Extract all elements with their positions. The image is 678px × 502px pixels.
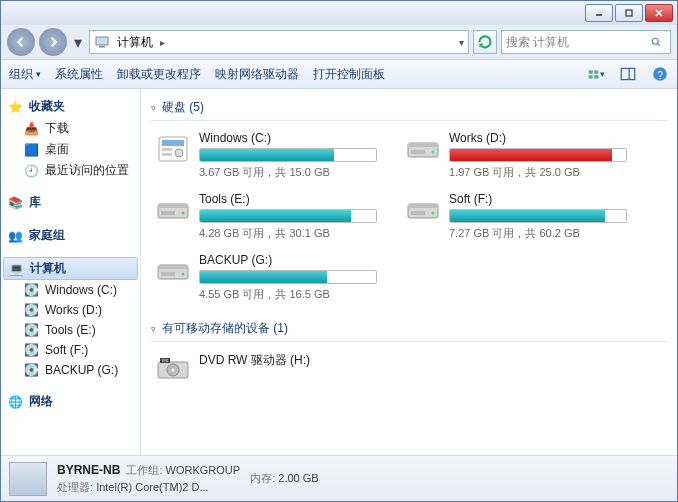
dvd-icon: DVD [155, 352, 191, 388]
drive-icon [155, 131, 191, 167]
control-panel-button[interactable]: 打开控制面板 [313, 66, 385, 83]
sidebar-item-desktop[interactable]: 🟦桌面 [1, 139, 140, 160]
drive-icon [155, 192, 191, 228]
computer-large-icon [9, 462, 47, 496]
drive-stats: 4.55 GB 可用，共 16.5 GB [199, 287, 377, 302]
preview-pane-button[interactable] [619, 65, 637, 83]
drive-icon [405, 192, 441, 228]
section-removable[interactable]: ▿有可移动存储的设备 (1) [151, 316, 667, 342]
capacity-bar [199, 270, 377, 284]
map-drive-button[interactable]: 映射网络驱动器 [215, 66, 299, 83]
svg-rect-22 [408, 143, 438, 147]
titlebar [1, 1, 677, 25]
view-button[interactable]: ▾ [587, 65, 605, 83]
section-hdd[interactable]: ▿硬盘 (5) [151, 95, 667, 121]
sidebar-item-drive-e[interactable]: 💽Tools (E:) [1, 320, 140, 340]
svg-line-7 [658, 44, 660, 46]
drive-stats: 7.27 GB 可用，共 60.2 GB [449, 226, 627, 241]
drive-icon: 💽 [23, 282, 39, 298]
sidebar-item-drive-f[interactable]: 💽Soft (F:) [1, 340, 140, 360]
drive-icon: 💽 [23, 302, 39, 318]
drive-item[interactable]: Tools (E:)4.28 GB 可用，共 30.1 GB [151, 188, 381, 245]
sidebar-computer[interactable]: 💻计算机 [3, 257, 138, 280]
drive-stats: 3.67 GB 可用，共 15.0 GB [199, 165, 377, 180]
help-button[interactable]: ? [651, 65, 669, 83]
drive-icon: 💽 [23, 342, 39, 358]
drive-name: Windows (C:) [199, 131, 377, 145]
optical-drive[interactable]: DVD DVD RW 驱动器 (H:) [151, 348, 381, 392]
sidebar: ⭐收藏夹 📥下载 🟦桌面 🕘最近访问的位置 📚库 👥家庭组 💻计算机 💽Wind… [1, 89, 141, 455]
uninstall-button[interactable]: 卸载或更改程序 [117, 66, 201, 83]
sidebar-network[interactable]: 🌐网络 [1, 390, 140, 413]
star-icon: ⭐ [7, 99, 23, 115]
address-bar[interactable]: 计算机 ▸ ▾ [89, 30, 469, 54]
drive-stats: 1.97 GB 可用，共 25.0 GB [449, 165, 627, 180]
svg-point-23 [432, 151, 435, 154]
toolbar: 组织 ▾ 系统属性 卸载或更改程序 映射网络驱动器 打开控制面板 ▾ ? [1, 59, 677, 89]
close-button[interactable] [645, 4, 673, 22]
svg-rect-19 [162, 153, 172, 156]
drive-stats: 4.28 GB 可用，共 30.1 GB [199, 226, 377, 241]
navbar: ▾ 计算机 ▸ ▾ 搜索 计算机 [1, 25, 677, 59]
svg-text:?: ? [657, 70, 663, 81]
drive-name: Tools (E:) [199, 192, 377, 206]
drive-grid: Windows (C:)3.67 GB 可用，共 15.0 GBWorks (D… [151, 127, 667, 306]
sidebar-item-drive-d[interactable]: 💽Works (D:) [1, 300, 140, 320]
sidebar-item-downloads[interactable]: 📥下载 [1, 118, 140, 139]
drive-name: DVD RW 驱动器 (H:) [199, 352, 377, 369]
svg-rect-18 [162, 148, 172, 151]
svg-rect-17 [162, 140, 184, 146]
svg-rect-1 [626, 10, 632, 16]
capacity-bar [199, 209, 377, 223]
sidebar-item-drive-c[interactable]: 💽Windows (C:) [1, 280, 140, 300]
svg-point-39 [172, 369, 175, 372]
drive-item[interactable]: Works (D:)1.97 GB 可用，共 25.0 GB [401, 127, 631, 184]
library-icon: 📚 [7, 195, 23, 211]
svg-point-6 [652, 38, 658, 44]
svg-rect-32 [411, 211, 425, 215]
collapse-icon: ▿ [151, 324, 156, 334]
minimize-button[interactable] [585, 4, 613, 22]
breadcrumb-item[interactable]: 计算机 [114, 34, 156, 51]
body: ⭐收藏夹 📥下载 🟦桌面 🕘最近访问的位置 📚库 👥家庭组 💻计算机 💽Wind… [1, 89, 677, 455]
drive-item[interactable]: Soft (F:)7.27 GB 可用，共 60.2 GB [401, 188, 631, 245]
homegroup-icon: 👥 [7, 228, 23, 244]
maximize-button[interactable] [615, 4, 643, 22]
download-icon: 📥 [23, 121, 39, 137]
drive-item[interactable]: Windows (C:)3.67 GB 可用，共 15.0 GB [151, 127, 381, 184]
search-box[interactable]: 搜索 计算机 [501, 30, 671, 54]
svg-point-20 [175, 149, 183, 157]
organize-button[interactable]: 组织 ▾ [9, 66, 41, 83]
drive-name: Soft (F:) [449, 192, 627, 206]
system-properties-button[interactable]: 系统属性 [55, 66, 103, 83]
sidebar-favorites[interactable]: ⭐收藏夹 [1, 95, 140, 118]
svg-rect-24 [411, 150, 425, 154]
svg-rect-30 [408, 204, 438, 208]
svg-rect-28 [161, 211, 175, 215]
svg-rect-12 [621, 68, 635, 79]
drive-name: BACKUP (G:) [199, 253, 377, 267]
status-bar: BYRNE-NB 工作组: WORKGROUP 处理器: Intel(R) Co… [1, 455, 677, 501]
svg-point-35 [182, 273, 185, 276]
history-dropdown[interactable]: ▾ [71, 33, 85, 52]
sidebar-item-drive-g[interactable]: 💽BACKUP (G:) [1, 360, 140, 380]
forward-button[interactable] [39, 28, 67, 56]
sidebar-item-recent[interactable]: 🕘最近访问的位置 [1, 160, 140, 181]
computer-icon: 💻 [8, 261, 24, 277]
sidebar-libraries[interactable]: 📚库 [1, 191, 140, 214]
sidebar-homegroup[interactable]: 👥家庭组 [1, 224, 140, 247]
svg-rect-9 [594, 70, 598, 73]
status-computer-name: BYRNE-NB [57, 463, 120, 477]
desktop-icon: 🟦 [23, 142, 39, 158]
svg-rect-26 [158, 204, 188, 208]
svg-text:DVD: DVD [162, 359, 169, 363]
address-dropdown[interactable]: ▾ [459, 37, 464, 48]
chevron-right-icon[interactable]: ▸ [160, 37, 165, 48]
back-button[interactable] [7, 28, 35, 56]
network-icon: 🌐 [7, 394, 23, 410]
capacity-bar [199, 148, 377, 162]
drive-item[interactable]: BACKUP (G:)4.55 GB 可用，共 16.5 GB [151, 249, 381, 306]
refresh-button[interactable] [473, 30, 497, 54]
explorer-window: ▾ 计算机 ▸ ▾ 搜索 计算机 组织 ▾ 系统属性 卸载或更改程序 映射网络驱… [0, 0, 678, 502]
capacity-bar [449, 148, 627, 162]
